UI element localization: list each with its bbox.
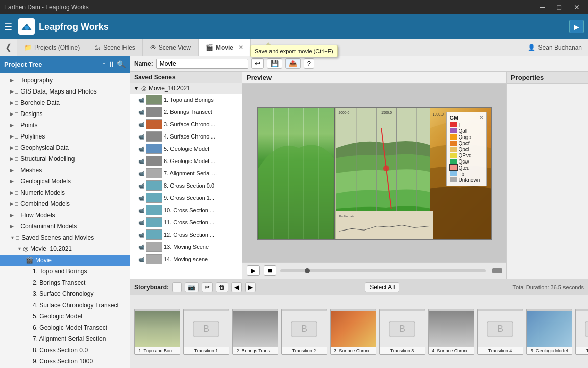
hamburger-icon[interactable]: ☰	[4, 21, 12, 32]
minimize-button[interactable]: ─	[536, 3, 549, 11]
scene-name: 9. Cross Section 1...	[164, 195, 240, 201]
help-button[interactable]: ?	[304, 58, 314, 69]
sidebar-item-1[interactable]: 1. Topo and Borings	[0, 266, 130, 277]
scene-row[interactable]: 📹 6. Geologic Model ...	[130, 155, 242, 167]
sidebar-item-2[interactable]: 2. Borings Transect	[0, 277, 130, 288]
frame-thumbnail	[233, 311, 278, 347]
scene-row[interactable]: 📹 4. Surface Chronol...	[130, 130, 242, 143]
sidebar-item-saved-scenes[interactable]: ▼ □ Saved Scenes and Movies	[0, 232, 130, 243]
sidebar-item-geological[interactable]: ▶ □ Geological Models	[0, 176, 130, 187]
content-area: Name: ↩ 💾 📤 ? Save and export movie (Ctr…	[130, 56, 588, 368]
sidebar-item-flow[interactable]: ▶ □ Flow Models	[0, 210, 130, 221]
scene-row[interactable]: 📹 3. Surface Chronol...	[130, 118, 242, 130]
sidebar-item-3[interactable]: 3. Surface Chronology	[0, 288, 130, 300]
sidebar-item-gis[interactable]: ▶ □ GIS Data, Maps and Photos	[0, 86, 130, 97]
sidebar-item-5[interactable]: 5. Geologic Model	[0, 311, 130, 322]
tab-projects[interactable]: 📁 Projects (Offline)	[17, 39, 87, 56]
storyboard-frame[interactable]: 4. Surface Chron...	[428, 309, 474, 355]
legend-color-swatch	[450, 128, 457, 133]
sidebar-item-contaminant[interactable]: ▶ □ Contaminant Models	[0, 221, 130, 232]
scene-row[interactable]: 📹 14. Moving scene	[130, 253, 242, 265]
app-name: Leapfrog Works	[39, 21, 565, 32]
frame-label: 2. Borings Trans...	[233, 347, 278, 354]
scene-row[interactable]: 📹 7. Alignment Serial ...	[130, 167, 242, 179]
scene-thumb	[146, 242, 162, 252]
sidebar-item-7[interactable]: 7. Alignment Serial Section	[0, 333, 130, 344]
maximize-button[interactable]: □	[553, 3, 566, 11]
sidebar-search-icon[interactable]: 🔍	[117, 60, 126, 68]
frame-label: 4. Surface Chron...	[429, 347, 474, 354]
legend-close-icon[interactable]: ✕	[479, 114, 483, 120]
storyboard-frame[interactable]: BTransition 1	[183, 309, 229, 355]
sidebar-item-topography[interactable]: ▶ □ Topography	[0, 75, 130, 86]
scene-toolbar: Name: ↩ 💾 📤 ? Save and export movie (Ctr…	[130, 56, 588, 72]
save-button[interactable]: 💾	[267, 58, 282, 69]
frame-label: Transition 2	[282, 347, 327, 354]
storyboard-frame[interactable]: 2. Borings Trans...	[232, 309, 278, 355]
sidebar-item-4[interactable]: 4. Surface Chronology Transect	[0, 300, 130, 311]
sidebar-item-geophysical[interactable]: ▶ □ Geophysical Data	[0, 142, 130, 153]
storyboard-split[interactable]: ✂	[202, 282, 213, 292]
sidebar-item-polylines[interactable]: ▶ □ Polylines	[0, 131, 130, 142]
sidebar-item-combined[interactable]: ▶ □ Combined Models	[0, 198, 130, 210]
storyboard-capture[interactable]: 📷	[185, 282, 199, 292]
tab-scene-files[interactable]: 🗂 Scene Files	[87, 39, 143, 56]
tab-expand-icon[interactable]: ❮	[0, 39, 17, 56]
storyboard-select-all[interactable]: Select All	[365, 282, 399, 292]
storyboard-frame[interactable]: BTransition 3	[379, 309, 425, 355]
export-button[interactable]: 📤	[285, 58, 301, 69]
sidebar-item-movie-group[interactable]: ▼ ◎ Movie_10.2021	[0, 243, 130, 255]
sidebar-item-borehole[interactable]: ▶ □ Borehole Data	[0, 97, 130, 108]
timeline-thumb[interactable]	[305, 268, 310, 273]
storyboard-frame[interactable]: 1. Topo and Bori...	[134, 309, 180, 355]
storyboard-next[interactable]: ▶	[245, 282, 256, 292]
storyboard-frame[interactable]: BTransition 5	[575, 309, 588, 355]
storyboard-frame[interactable]: 5. Geologic Model	[526, 309, 572, 355]
sidebar-item-9[interactable]: 9. Cross Section 1000	[0, 356, 130, 367]
sidebar-up-icon[interactable]: ↑	[102, 60, 106, 68]
stop-control-button[interactable]: ■	[264, 265, 276, 276]
scene-content: Saved Scenes ▼ ◎ Movie_10.2021 📹 1. Topo…	[130, 72, 588, 279]
storyboard-scroll[interactable]: 1. Topo and Bori...BTransition 12. Borin…	[130, 295, 588, 368]
sidebar-item-8[interactable]: 8. Cross Section 0.0	[0, 344, 130, 356]
tab-scene-view[interactable]: 👁 Scene View	[143, 39, 199, 56]
scene-row[interactable]: 📹 1. Topo and Borings	[130, 94, 242, 106]
scene-row[interactable]: 📹 12. Cross Section ...	[130, 228, 242, 241]
sidebar-item-numeric[interactable]: ▶ □ Numeric Models	[0, 187, 130, 198]
close-button[interactable]: ✕	[570, 3, 584, 11]
scene-row[interactable]: 📹 11. Cross Section ...	[130, 216, 242, 228]
storyboard-frame[interactable]: 3. Surface Chron...	[330, 309, 376, 355]
legend-color-swatch	[450, 134, 457, 140]
scene-row[interactable]: 📹 8. Cross Section 0.0	[130, 179, 242, 192]
scene-row[interactable]: 📹 2. Borings Transect	[130, 106, 242, 118]
storyboard-frame[interactable]: BTransition 2	[281, 309, 327, 355]
sidebar-item-meshes[interactable]: ▶ □ Meshes	[0, 165, 130, 176]
tab-movie[interactable]: 🎬 Movie ✕	[199, 39, 251, 56]
title-text: Earthen Dam - Leapfrog Works	[4, 4, 89, 11]
storyboard-add-keyframe[interactable]: +	[172, 282, 182, 292]
undo-button[interactable]: ↩	[251, 58, 264, 69]
sidebar-item-structural[interactable]: ▶ □ Structural Modelling	[0, 153, 130, 165]
sidebar-pause-icon[interactable]: ⏸	[108, 60, 115, 68]
scene-row[interactable]: 📹 9. Cross Section 1...	[130, 192, 242, 204]
play-button[interactable]: ▶	[569, 20, 584, 33]
scene-row[interactable]: 📹 10. Cross Section ...	[130, 204, 242, 216]
storyboard-frame[interactable]: BTransition 4	[477, 309, 523, 355]
storyboard-prev[interactable]: ◀	[231, 282, 242, 292]
scene-row[interactable]: 📹 5. Geologic Model	[130, 143, 242, 155]
sidebar-item-points[interactable]: ▶ □ Points	[0, 120, 130, 131]
name-input[interactable]	[156, 59, 248, 69]
sidebar-item-movie[interactable]: 🎬 Movie	[0, 255, 130, 266]
scene-group-movie[interactable]: ▼ ◎ Movie_10.2021	[130, 83, 242, 94]
sidebar-item-designs[interactable]: ▶ □ Designs	[0, 108, 130, 120]
tab-close-movie[interactable]: ✕	[239, 44, 243, 50]
scene-view-icon: 👁	[150, 44, 156, 51]
svg-text:Profile data: Profile data	[339, 214, 354, 217]
play-control-button[interactable]: ▶	[247, 265, 260, 276]
timeline[interactable]	[280, 269, 486, 272]
sidebar-item-6[interactable]: 6. Geologic Model Transect	[0, 322, 130, 333]
main-area: Project Tree ↑ ⏸ 🔍 ▶ □ Topography ▶ □ GI…	[0, 56, 588, 368]
scene-row[interactable]: 📹 13. Moving Scene	[130, 241, 242, 253]
storyboard-delete[interactable]: 🗑	[216, 282, 228, 292]
timeline-end-marker[interactable]	[492, 268, 502, 273]
